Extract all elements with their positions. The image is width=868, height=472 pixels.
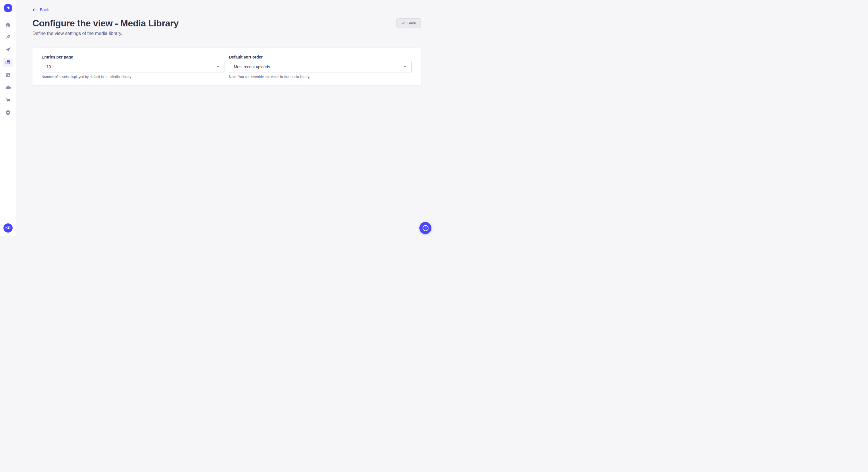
default-sort-order-value: Most recent uploads — [234, 65, 270, 69]
default-sort-order-select[interactable]: Most recent uploads — [229, 61, 412, 73]
entries-per-page-hint: Number of assets displayed by default in… — [42, 74, 224, 79]
help-button[interactable]: ? — [420, 222, 431, 234]
cloud-icon — [5, 85, 11, 90]
strapi-mark-icon — [5, 5, 11, 11]
layout-icon — [5, 72, 11, 78]
page-subtitle: Define the view settings of the media li… — [32, 31, 179, 36]
default-sort-order-field: Default sort order Most recent uploads N… — [229, 55, 412, 79]
default-sort-order-label: Default sort order — [229, 55, 412, 60]
question-mark-icon: ? — [423, 225, 429, 231]
sidebar: KD — [0, 0, 16, 236]
save-button-label: Save — [407, 21, 416, 25]
sidebar-nav — [3, 20, 13, 117]
strapi-logo-icon[interactable] — [4, 4, 12, 12]
sidebar-divider — [0, 220, 16, 220]
page-header: Configure the view - Media Library Defin… — [32, 18, 421, 36]
back-label: Back — [40, 7, 49, 12]
media-library-icon — [5, 59, 11, 65]
feather-icon — [5, 34, 11, 40]
sidebar-item-settings[interactable] — [3, 108, 13, 117]
entries-per-page-field: Entries per page 10 Number of assets dis… — [42, 55, 224, 79]
sidebar-item-media-library[interactable] — [3, 58, 13, 67]
home-icon — [5, 22, 11, 27]
gear-icon — [5, 110, 11, 115]
paper-plane-icon — [5, 47, 11, 53]
main-content: Back Configure the view - Media Library … — [16, 0, 434, 236]
save-button[interactable]: Save — [396, 19, 421, 28]
check-icon — [401, 22, 405, 25]
page-header-titles: Configure the view - Media Library Defin… — [32, 18, 179, 36]
entries-per-page-select[interactable]: 10 — [42, 61, 224, 73]
chevron-down-icon — [216, 66, 219, 68]
back-link[interactable]: Back — [32, 7, 49, 12]
sidebar-item-content-manager[interactable] — [3, 32, 13, 42]
sidebar-item-content-type-builder[interactable] — [3, 70, 13, 79]
arrow-left-icon — [32, 8, 37, 12]
entries-per-page-label: Entries per page — [42, 55, 224, 60]
chevron-down-icon — [404, 66, 406, 68]
user-avatar[interactable]: KD — [3, 224, 12, 233]
sidebar-item-marketplace[interactable] — [3, 96, 13, 105]
default-sort-order-hint: Note: You can override this value in the… — [229, 74, 412, 79]
page-title: Configure the view - Media Library — [32, 18, 179, 29]
entries-per-page-value: 10 — [46, 65, 51, 69]
cart-icon — [5, 98, 11, 103]
sidebar-item-home[interactable] — [3, 20, 13, 29]
settings-card: Entries per page 10 Number of assets dis… — [32, 48, 421, 86]
sidebar-item-releases[interactable] — [3, 45, 13, 54]
logo-section — [0, 0, 16, 16]
sidebar-item-cloud[interactable] — [3, 83, 13, 92]
